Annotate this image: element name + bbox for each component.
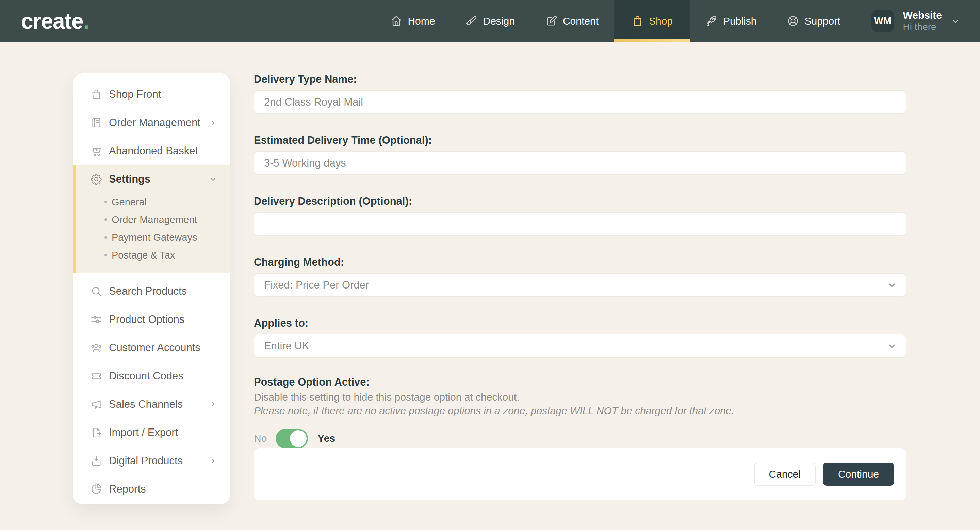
form-footer: Cancel Continue (254, 448, 906, 500)
nav-design[interactable]: Design (450, 0, 530, 42)
sidebar-item-import-export[interactable]: Import / Export (73, 418, 230, 447)
bullet-icon (105, 218, 107, 221)
sidebar-item-search-products[interactable]: Search Products (73, 277, 230, 305)
field-label: Applies to: (254, 317, 906, 329)
gear-icon (90, 173, 103, 185)
download-icon (90, 455, 103, 467)
user-greeting: Hi there (903, 21, 942, 32)
chevron-right-icon (209, 457, 217, 465)
bullet-icon (105, 201, 107, 203)
field-delivery-description: Delivery Description (Optional): (254, 195, 906, 236)
toggle-off-label: No (254, 433, 267, 444)
sidebar-item-label: Digital Products (109, 455, 209, 467)
sidebar-subitem-label: Payment Gateways (111, 232, 197, 243)
magnifier-icon (90, 285, 103, 297)
postage-active-toggle[interactable] (275, 429, 308, 448)
field-charging-method: Charging Method: Fixed: Price Per Order (254, 256, 906, 297)
sidebar-item-settings[interactable]: Settings (76, 165, 230, 193)
sliders-icon (90, 313, 103, 326)
selected-value: Entire UK (264, 340, 309, 352)
sidebar-item-label: Search Products (109, 285, 230, 297)
nav-content-label: Content (563, 15, 598, 27)
chevron-down-icon (887, 280, 897, 290)
ledger-icon (90, 117, 103, 129)
cancel-button[interactable]: Cancel (754, 463, 816, 486)
toggle-on-label: Yes (318, 433, 335, 444)
sidebar-item-label: Reports (109, 483, 230, 495)
sidebar-subitem-label: Order Management (111, 214, 197, 225)
field-label: Delivery Description (Optional): (254, 195, 906, 208)
logo-dot: . (83, 8, 89, 34)
main-area: Shop Front Order Management Abandoned Ba… (0, 42, 980, 530)
nav-content[interactable]: Content (530, 0, 614, 42)
sidebar-item-discount-codes[interactable]: Discount Codes (73, 362, 230, 390)
sidebar-subitem-general[interactable]: General (76, 193, 230, 211)
nav-support[interactable]: Support (772, 0, 856, 42)
life-ring-icon (787, 15, 799, 27)
applies-to-select[interactable]: Entire UK (254, 334, 906, 358)
cart-icon (90, 145, 103, 157)
postage-active-label: Postage Option Active: (254, 376, 906, 388)
delivery-type-name-input[interactable] (254, 90, 906, 114)
sidebar-item-label: Product Options (109, 313, 230, 326)
sidebar-item-shop-front[interactable]: Shop Front (73, 80, 230, 108)
postage-active-note: Please note, if there are no active post… (254, 404, 906, 418)
logo[interactable]: create. (0, 0, 89, 42)
continue-button[interactable]: Continue (823, 463, 894, 486)
sidebar-item-label: Abandoned Basket (109, 145, 230, 157)
app-header: create. Home Design Content Shop (0, 0, 980, 42)
nav-home[interactable]: Home (375, 0, 450, 42)
sidebar-subitem-label: Postage & Tax (111, 250, 175, 261)
field-applies-to: Applies to: Entire UK (254, 317, 906, 358)
settings-sub-list: General Order Management Payment Gateway… (76, 193, 230, 273)
header-spacer (89, 0, 375, 42)
nav-shop[interactable]: Shop (614, 0, 690, 42)
postage-active-description: Disable this setting to hide this postag… (254, 390, 906, 404)
sidebar-item-digital-products[interactable]: Digital Products (73, 447, 230, 475)
user-menu[interactable]: WM Website Hi there (872, 0, 980, 42)
sidebar-item-customer-accounts[interactable]: Customer Accounts (73, 334, 230, 362)
field-label: Delivery Type Name: (254, 73, 906, 86)
sidebar-item-order-management[interactable]: Order Management (73, 108, 230, 137)
chevron-down-icon (951, 16, 960, 26)
shopping-bag-icon (90, 88, 103, 101)
file-export-icon (90, 426, 103, 439)
charging-method-select[interactable]: Fixed: Price Per Order (254, 273, 906, 297)
field-delivery-type-name: Delivery Type Name: (254, 73, 906, 114)
sidebar-item-product-options[interactable]: Product Options (73, 305, 230, 334)
sidebar-subitem-order-management[interactable]: Order Management (76, 211, 230, 228)
avatar: WM (872, 10, 894, 32)
sidebar-item-label: Settings (109, 173, 209, 185)
sidebar-settings-group: Settings General Order Management Paymen… (73, 165, 230, 273)
delivery-description-input[interactable] (254, 212, 906, 236)
bullet-icon (105, 236, 107, 239)
sidebar-item-abandoned-basket[interactable]: Abandoned Basket (73, 137, 230, 165)
paintbrush-icon (466, 15, 477, 27)
chevron-down-icon (209, 175, 217, 183)
chevron-down-icon (887, 341, 897, 351)
postage-active-toggle-row: No Yes (254, 428, 906, 448)
nav-design-label: Design (483, 15, 514, 27)
users-icon (90, 342, 103, 354)
field-estimated-delivery-time: Estimated Delivery Time (Optional): (254, 134, 906, 175)
user-text: Website Hi there (903, 10, 942, 32)
bullet-icon (105, 254, 107, 257)
nav-publish[interactable]: Publish (690, 0, 772, 42)
ticket-icon (90, 370, 103, 382)
home-icon (390, 15, 402, 27)
sidebar-item-reports[interactable]: Reports (73, 475, 230, 503)
estimated-delivery-time-input[interactable] (254, 151, 906, 175)
chevron-right-icon (209, 118, 217, 127)
nav-shop-label: Shop (649, 15, 673, 27)
shopping-bag-icon (632, 15, 643, 27)
sidebar-item-label: Discount Codes (109, 370, 230, 382)
rocket-icon (706, 15, 718, 27)
pie-chart-icon (90, 483, 103, 495)
sidebar-subitem-postage-tax[interactable]: Postage & Tax (76, 246, 230, 264)
sidebar-subitem-payment-gateways[interactable]: Payment Gateways (76, 228, 230, 246)
sidebar-item-label: Import / Export (109, 426, 230, 439)
field-label: Charging Method: (254, 256, 906, 268)
megaphone-icon (90, 398, 103, 410)
sidebar-item-sales-channels[interactable]: Sales Channels (73, 390, 230, 418)
nav-home-label: Home (408, 15, 435, 27)
